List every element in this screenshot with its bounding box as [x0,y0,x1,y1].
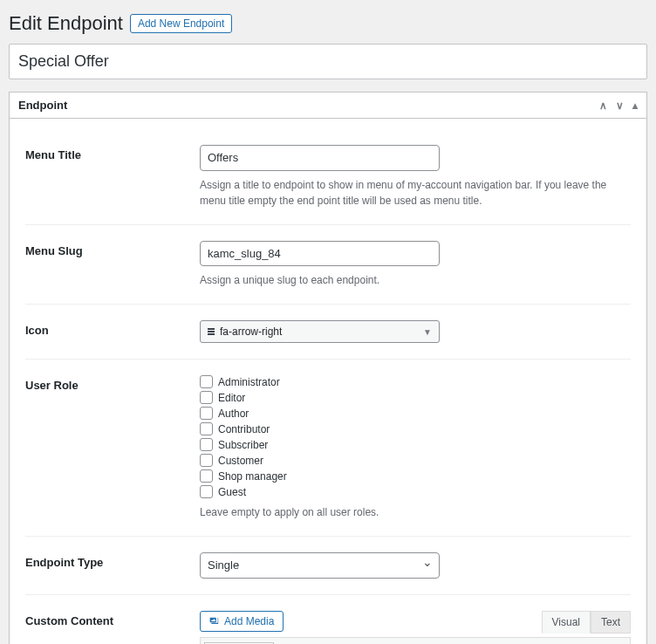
align-center-icon[interactable] [409,641,430,644]
icon-selected-value: fa-arrow-right [220,325,282,338]
align-right-icon[interactable] [431,641,452,644]
toolbar-toggle-icon[interactable] [518,641,539,644]
icon-select[interactable]: fa-arrow-right ▼ [200,320,440,343]
endpoint-metabox: Endpoint ∧ ∨ ▴ Menu Title Assign a title… [9,92,647,644]
role-checkbox[interactable]: Subscriber [200,438,631,451]
menu-title-help: Assign a title to endpoint to show in me… [200,177,610,209]
custom-content-label: Custom Content [25,611,200,644]
numbered-list-icon[interactable]: 123 [344,641,365,644]
page-title: Edit Endpoint [9,12,123,35]
blockquote-icon[interactable]: “ [366,641,386,644]
menu-title-label: Menu Title [25,145,200,209]
panel-move-up-icon[interactable]: ∧ [599,99,607,112]
link-icon[interactable] [453,641,474,644]
editor-tab-text[interactable]: Text [591,611,631,634]
bold-icon[interactable]: B [278,641,299,644]
role-checkbox[interactable]: Guest [200,485,631,498]
post-title-input[interactable] [10,45,646,79]
role-checkbox[interactable]: Contributor [200,422,631,435]
icon-label: Icon [25,320,200,343]
menu-title-input[interactable] [200,145,440,171]
metabox-title: Endpoint [18,99,67,112]
italic-icon[interactable]: I [300,641,321,644]
panel-move-down-icon[interactable]: ∨ [616,99,624,112]
menu-slug-input[interactable] [200,241,440,267]
user-role-help: Leave empty to apply on all user roles. [200,504,610,520]
media-icon [209,616,220,627]
editor-tab-visual[interactable]: Visual [542,611,591,634]
bullet-list-icon[interactable] [322,641,343,644]
menu-slug-label: Menu Slug [25,241,200,289]
align-left-icon[interactable] [387,641,408,644]
menu-slug-help: Assign a unique slug to each endpoint. [200,272,610,288]
bars-icon [208,328,215,335]
role-checkbox[interactable]: Shop manager [200,469,631,483]
post-title-wrap [9,44,647,79]
read-more-icon[interactable] [475,641,495,644]
chevron-down-icon: ▼ [423,327,432,337]
add-media-button[interactable]: Add Media [200,611,284,632]
endpoint-type-label: Endpoint Type [25,552,200,579]
role-checkbox[interactable]: Administrator [200,375,631,388]
endpoint-type-select[interactable]: Single [200,552,440,579]
role-checkbox[interactable]: Editor [200,391,631,404]
add-new-endpoint-button[interactable]: Add New Endpoint [130,14,232,33]
panel-toggle-icon[interactable]: ▴ [632,99,638,112]
role-checkbox[interactable]: Author [200,407,631,420]
editor-toolbar: Paragraph B I 123 “ [200,637,631,644]
user-role-label: User Role [25,375,200,520]
user-role-list: Administrator Editor Author Contributor … [200,375,631,498]
role-checkbox[interactable]: Customer [200,454,631,467]
fullscreen-icon[interactable] [496,641,517,644]
